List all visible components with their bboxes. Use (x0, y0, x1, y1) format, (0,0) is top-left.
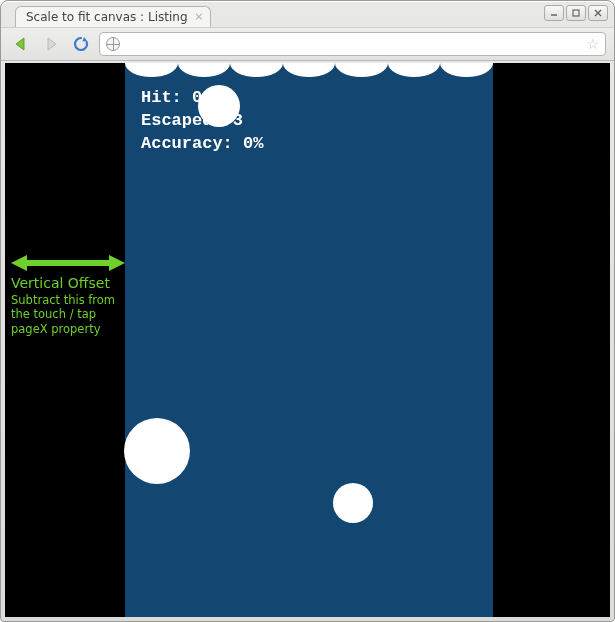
bookmark-star-icon[interactable]: ☆ (586, 36, 599, 52)
offset-annotation: Vertical Offset Subtract this from the t… (11, 275, 126, 336)
page-viewport: Hit: 0 Escaped: 3 Accuracy: 0% Vertic (5, 63, 610, 617)
score-accuracy-row: Accuracy: 0% (141, 133, 263, 156)
browser-toolbar: ☆ (1, 27, 614, 61)
bubble[interactable] (333, 483, 373, 523)
wave-border (125, 63, 493, 77)
accuracy-label: Accuracy: (141, 134, 233, 153)
tab-title: Scale to fit canvas : Listing (26, 10, 188, 24)
browser-window: Scale to fit canvas : Listing × (0, 0, 615, 622)
svg-rect-1 (573, 10, 579, 16)
url-bar[interactable]: ☆ (99, 32, 606, 56)
titlebar: Scale to fit canvas : Listing × (1, 1, 614, 27)
forward-button[interactable] (39, 32, 63, 56)
game-canvas[interactable]: Hit: 0 Escaped: 3 Accuracy: 0% (125, 63, 493, 617)
close-window-button[interactable] (588, 5, 608, 21)
window-controls (544, 5, 608, 21)
annotation-title: Vertical Offset (11, 275, 126, 291)
url-input[interactable] (126, 37, 580, 51)
globe-icon (106, 37, 120, 51)
browser-tab[interactable]: Scale to fit canvas : Listing × (15, 6, 211, 27)
bubble[interactable] (198, 85, 240, 127)
close-icon[interactable]: × (194, 11, 203, 22)
reload-button[interactable] (69, 32, 93, 56)
accuracy-value: 0% (243, 134, 263, 153)
hit-label: Hit: (141, 88, 182, 107)
annotation-desc: Subtract this from the touch / tap pageX… (11, 293, 126, 336)
offset-arrow-icon (11, 253, 125, 273)
minimize-button[interactable] (544, 5, 564, 21)
maximize-button[interactable] (566, 5, 586, 21)
back-button[interactable] (9, 32, 33, 56)
bubble[interactable] (124, 418, 190, 484)
